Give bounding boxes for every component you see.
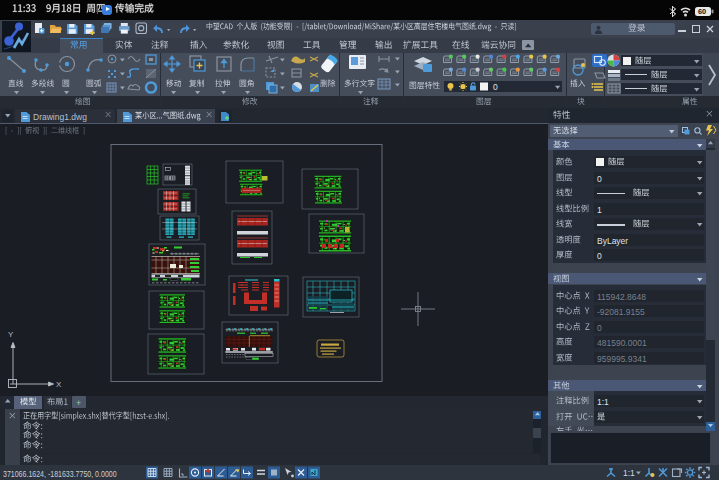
svg-text:60: 60 xyxy=(698,7,706,16)
svg-text:X: X xyxy=(56,380,62,389)
svg-text:0: 0 xyxy=(493,82,498,92)
svg-text:1:1: 1:1 xyxy=(623,468,635,478)
svg-text:Y: Y xyxy=(8,330,14,339)
